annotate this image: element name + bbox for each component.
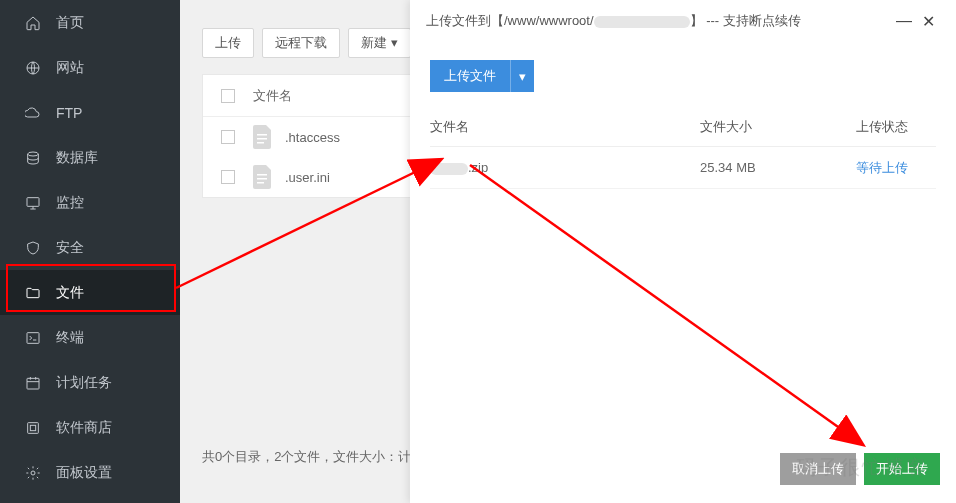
svg-rect-10: [257, 142, 264, 144]
sidebar-item-site[interactable]: 网站: [0, 45, 180, 90]
upload-button[interactable]: 上传: [202, 28, 254, 58]
dialog-body: 上传文件 ▾ 文件名 文件大小 上传状态 .zip 25.34 MB 等待上传: [410, 42, 956, 207]
svg-rect-9: [257, 138, 267, 140]
sidebar: 首页 网站 FTP 数据库 监控 安全 文件 终端 计划任务 软件商店 面板设置: [0, 0, 180, 503]
svg-rect-6: [30, 425, 35, 430]
sidebar-item-label: 计划任务: [56, 374, 112, 392]
svg-point-7: [31, 471, 35, 475]
gear-icon: [24, 464, 42, 482]
upload-file-name: .zip: [430, 160, 700, 175]
file-icon: [253, 165, 273, 189]
store-icon: [24, 419, 42, 437]
new-button[interactable]: 新建 ▾: [348, 28, 411, 58]
terminal-icon: [24, 329, 42, 347]
database-icon: [24, 149, 42, 167]
sidebar-item-ftp[interactable]: FTP: [0, 90, 180, 135]
masked-path: [594, 16, 690, 28]
ucol-header-name: 文件名: [430, 118, 700, 136]
svg-rect-5: [28, 422, 39, 433]
row-checkbox[interactable]: [221, 130, 235, 144]
sidebar-item-security[interactable]: 安全: [0, 225, 180, 270]
upload-file-button-group: 上传文件 ▾: [430, 60, 534, 92]
sidebar-item-monitor[interactable]: 监控: [0, 180, 180, 225]
svg-rect-3: [27, 332, 39, 343]
sidebar-item-label: 安全: [56, 239, 84, 257]
sidebar-item-settings[interactable]: 面板设置: [0, 450, 180, 495]
sidebar-item-label: 软件商店: [56, 419, 112, 437]
file-name: .user.ini: [285, 170, 330, 185]
start-upload-button[interactable]: 开始上传: [864, 453, 940, 485]
row-checkbox[interactable]: [221, 170, 235, 184]
sidebar-item-label: 监控: [56, 194, 84, 212]
upload-file-status: 等待上传: [856, 159, 936, 177]
sidebar-item-label: FTP: [56, 105, 82, 121]
home-icon: [24, 14, 42, 32]
file-name: .htaccess: [285, 130, 340, 145]
svg-point-1: [28, 152, 39, 156]
sidebar-item-label: 网站: [56, 59, 84, 77]
dialog-footer: 取消上传 开始上传: [780, 453, 940, 485]
svg-rect-11: [257, 174, 267, 176]
sidebar-item-label: 首页: [56, 14, 84, 32]
sidebar-item-cron[interactable]: 计划任务: [0, 360, 180, 405]
globe-icon: [24, 59, 42, 77]
cancel-upload-button[interactable]: 取消上传: [780, 453, 856, 485]
sidebar-item-home[interactable]: 首页: [0, 0, 180, 45]
svg-rect-8: [257, 134, 267, 136]
ucol-header-size: 文件大小: [700, 118, 856, 136]
sidebar-item-store[interactable]: 软件商店: [0, 405, 180, 450]
sidebar-item-label: 文件: [56, 284, 84, 302]
calendar-icon: [24, 374, 42, 392]
upload-table-head: 文件名 文件大小 上传状态: [430, 112, 936, 147]
sidebar-item-label: 终端: [56, 329, 84, 347]
svg-rect-12: [257, 178, 267, 180]
upload-file-button[interactable]: 上传文件: [430, 60, 510, 92]
sidebar-item-terminal[interactable]: 终端: [0, 315, 180, 360]
minimize-icon[interactable]: —: [892, 12, 916, 30]
sidebar-item-label: 数据库: [56, 149, 98, 167]
sidebar-item-files[interactable]: 文件: [0, 270, 180, 315]
upload-file-size: 25.34 MB: [700, 160, 856, 175]
upload-dialog: 上传文件到【/www/wwwroot/】 --- 支持断点续传 — ✕ 上传文件…: [410, 0, 956, 503]
ucol-header-status: 上传状态: [856, 118, 936, 136]
file-icon: [253, 125, 273, 149]
sidebar-item-label: 面板设置: [56, 464, 112, 482]
svg-rect-4: [27, 378, 39, 389]
dialog-header: 上传文件到【/www/wwwroot/】 --- 支持断点续传 — ✕: [410, 0, 956, 42]
dialog-title: 上传文件到【/www/wwwroot/】 --- 支持断点续传: [426, 12, 892, 30]
remote-download-button[interactable]: 远程下载: [262, 28, 340, 58]
masked-filename: [430, 163, 468, 175]
sidebar-item-database[interactable]: 数据库: [0, 135, 180, 180]
upload-row[interactable]: .zip 25.34 MB 等待上传: [430, 147, 936, 189]
monitor-icon: [24, 194, 42, 212]
folder-icon: [24, 284, 42, 302]
shield-icon: [24, 239, 42, 257]
svg-rect-13: [257, 182, 264, 184]
close-icon[interactable]: ✕: [916, 12, 940, 31]
select-all-checkbox[interactable]: [221, 89, 235, 103]
svg-rect-2: [27, 197, 39, 206]
ftp-icon: [24, 104, 42, 122]
upload-dropdown-icon[interactable]: ▾: [510, 60, 534, 92]
